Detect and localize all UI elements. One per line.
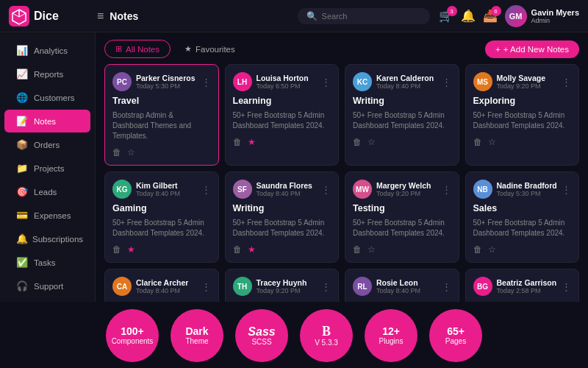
footer-badge[interactable]: B V 5.3.3 [300,309,353,362]
sidebar-label: Subscriptions [32,235,83,244]
star-icon[interactable]: ☆ [368,137,376,147]
delete-icon[interactable]: 🗑 [473,244,482,255]
note-card: TH Tracey Huynh Today 9:20 PM ⋮ Dog 50+ … [225,269,340,302]
card-body: 50+ Free Bootstrap 5 Admin Dashboard Tem… [233,110,331,131]
tab-all-notes[interactable]: ⊞ All Notes [104,40,171,58]
star-icon[interactable]: ★ [248,244,256,255]
sidebar-item-customers[interactable]: 🌐 Customers [4,86,90,109]
card-avatar: PC [112,72,132,91]
card-menu-btn[interactable]: ⋮ [442,281,451,292]
footer-badge[interactable]: 12+ Plugins [365,309,417,362]
star-icon[interactable]: ★ [248,137,256,147]
delete-icon[interactable]: 🗑 [353,244,362,255]
delete-icon[interactable]: 🗑 [112,147,121,158]
delete-icon[interactable]: 🗑 [233,137,242,147]
card-user: NB Nadine Bradford Today 5:30 PM [473,180,557,199]
sidebar-item-projects[interactable]: 📁 Projects [4,157,90,180]
card-user-time: Today 8:40 PM [376,82,434,90]
sidebar-label: Orders [34,141,79,149]
note-card: MS Molly Savage Today 9:20 PM ⋮ Explorin… [465,64,580,166]
card-menu-btn[interactable]: ⋮ [562,77,571,88]
card-user-time: Today 6:50 PM [257,82,309,90]
card-menu-btn[interactable]: ⋮ [201,281,211,292]
menu-toggle-btn[interactable]: ≡ [97,10,104,23]
badge-bottom: SCSS [251,338,271,346]
card-menu-btn[interactable]: ⋮ [201,184,211,195]
sidebar-item-subscriptions[interactable]: 🔔 Subscriptions [4,227,90,250]
content-area: ⊞ All Notes ★ Favourites + + Add New Not… [96,32,588,302]
card-title: Gaming [112,203,211,213]
topbar: Dice ≡ Notes 🔍 🛒 3 🔔 📥 6 GM Gavin Myers [0,0,588,32]
star-icon[interactable]: ☆ [127,147,135,158]
search-box: 🔍 [298,8,430,24]
badge-bottom: Theme [185,337,208,345]
star-icon[interactable]: ☆ [368,244,376,255]
delete-icon[interactable]: 🗑 [473,137,482,147]
delete-icon[interactable]: 🗑 [112,244,121,255]
card-header: CA Clarice Archer Today 8:40 PM ⋮ [112,277,211,296]
card-title: Travel [112,96,211,106]
user-role: Admin [531,17,579,24]
card-header: RL Rosie Leon Today 8:40 PM ⋮ [353,277,451,296]
cart-btn[interactable]: 🛒 3 [439,9,453,23]
card-menu-btn[interactable]: ⋮ [562,281,571,292]
sidebar-item-expenses[interactable]: 💳 Expenses [4,204,90,227]
footer-badge[interactable]: Dark Theme [171,309,223,362]
card-actions: 🗑 ☆ [112,147,211,158]
card-header: SF Saundra Flores Today 8:40 PM ⋮ [233,180,331,199]
delete-icon[interactable]: 🗑 [353,137,362,147]
card-menu-btn[interactable]: ⋮ [201,77,211,88]
card-menu-btn[interactable]: ⋮ [321,184,331,195]
card-user: MW Margery Welch Today 9:20 PM [353,180,431,199]
sidebar-item-leads[interactable]: 🎯 Leads [4,180,90,203]
sidebar-icon: 📦 [16,139,28,150]
note-card: NB Nadine Bradford Today 5:30 PM ⋮ Sales… [465,171,580,263]
card-menu-btn[interactable]: ⋮ [442,184,451,195]
sidebar-item-notes[interactable]: 📝 Notes [4,110,90,132]
download-badge: 6 [491,6,501,16]
sidebar-item-support[interactable]: 🎧 Support [4,275,90,297]
card-menu-btn[interactable]: ⋮ [442,77,451,88]
card-menu-btn[interactable]: ⋮ [321,281,331,292]
search-icon: 🔍 [306,11,318,21]
user-avatar-btn[interactable]: GM Gavin Myers Admin [505,5,579,27]
footer-badge[interactable]: Sass SCSS [235,309,288,362]
add-btn-label: + Add New Notes [503,45,569,54]
search-input[interactable] [322,12,417,21]
note-card: BG Beatriz Garrison Today 2:58 PM ⋮ Desi… [465,269,580,302]
card-menu-btn[interactable]: ⋮ [321,77,331,88]
footer-badge[interactable]: 100+ Components [106,309,159,362]
card-user: KC Karen Calderon Today 8:40 PM [353,72,434,91]
sidebar-item-orders[interactable]: 📦 Orders [4,133,90,156]
logo-text: Dice [34,10,59,23]
card-title: Writing [353,96,451,106]
card-user-time: Today 9:20 PM [497,82,546,90]
sidebar-icon: 🔔 [16,233,26,244]
card-title: Sales [473,203,572,213]
star-icon[interactable]: ★ [127,244,135,255]
card-user-name: Tracey Huynh [257,278,307,287]
footer-badge[interactable]: 65+ Pages [429,309,482,362]
download-btn[interactable]: 📥 6 [483,9,498,23]
note-card: SF Saundra Flores Today 8:40 PM ⋮ Writin… [225,171,340,263]
add-new-notes-button[interactable]: + + Add New Notes [485,40,579,58]
sidebar-item-analytics[interactable]: 📊 Analytics [4,39,90,62]
star-icon[interactable]: ☆ [488,244,496,255]
sidebar-icon: 💳 [16,210,28,221]
card-body: 50+ Free Bootstrap 5 Admin Dashboard Tem… [353,218,451,238]
note-card: RL Rosie Leon Today 8:40 PM ⋮ Bird 50+ F… [345,269,459,302]
sidebar-item-tasks[interactable]: ✅ Tasks [4,251,90,274]
card-actions: 🗑 ★ [233,137,331,147]
card-user: KG Kim Gilbert Today 8:40 PM [112,180,180,199]
card-menu-btn[interactable]: ⋮ [562,184,571,195]
main-layout: 📊 Analytics 📈 Reports 🌐 Customers 📝 Note… [0,32,588,302]
card-user-name: Parker Cisneros [136,74,196,82]
card-avatar: TH [233,277,252,296]
sidebar-item-reports[interactable]: 📈 Reports [4,63,90,85]
card-title: Exploring [473,96,572,106]
tab-favourites[interactable]: ★ Favourites [173,40,246,58]
delete-icon[interactable]: 🗑 [233,244,242,255]
star-icon[interactable]: ☆ [488,137,496,147]
sidebar-label: Projects [34,164,79,173]
bell-btn[interactable]: 🔔 [461,9,476,23]
